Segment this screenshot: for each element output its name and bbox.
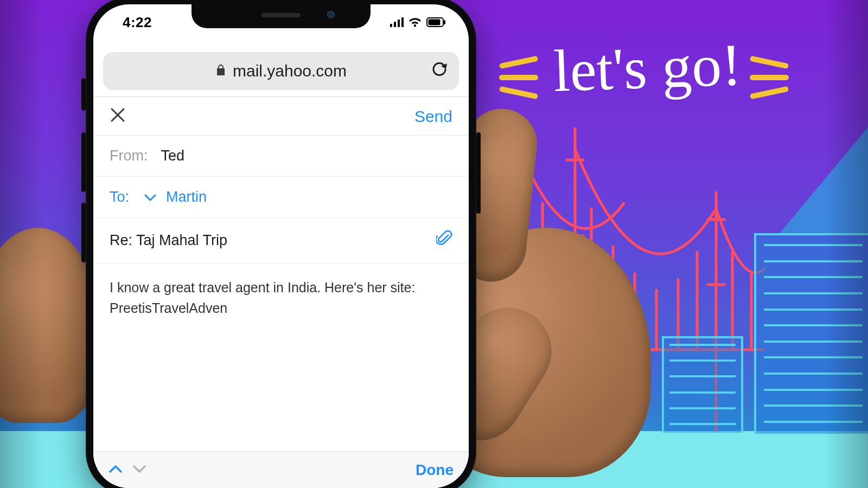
from-row[interactable]: From: Ted <box>93 136 469 177</box>
battery-icon <box>426 17 446 27</box>
attachment-icon[interactable] <box>436 230 452 251</box>
notch <box>192 4 371 28</box>
close-icon[interactable] <box>110 107 126 126</box>
browser-chrome: mail.yahoo.com <box>93 47 469 104</box>
chevron-down-icon[interactable] <box>144 189 156 206</box>
from-value: Ted <box>161 147 185 164</box>
svg-rect-19 <box>444 20 445 24</box>
done-button[interactable]: Done <box>416 461 454 479</box>
to-row[interactable]: To: Martin <box>93 177 469 218</box>
status-time: 4:22 <box>123 14 152 31</box>
reload-icon[interactable] <box>432 62 447 80</box>
next-field-icon[interactable] <box>132 464 146 476</box>
body-textarea[interactable]: I know a great travel agent in India. He… <box>93 264 469 332</box>
to-label: To: <box>110 189 129 206</box>
svg-rect-18 <box>429 20 441 25</box>
cellular-icon <box>390 17 404 27</box>
keyboard-accessory: Done <box>93 451 469 488</box>
headline: let's go! <box>552 35 742 101</box>
subject-row[interactable]: Re: Taj Mahal Trip <box>93 218 469 264</box>
prev-field-icon[interactable] <box>108 464 123 476</box>
phone-frame: 4:22 mail.yahoo.com <box>86 0 476 488</box>
address-bar[interactable]: mail.yahoo.com <box>103 52 459 90</box>
send-button[interactable]: Send <box>414 107 452 126</box>
subject-input[interactable]: Re: Taj Mahal Trip <box>110 232 227 249</box>
url-text: mail.yahoo.com <box>233 62 347 80</box>
building-mid <box>662 336 743 433</box>
phone-screen: 4:22 mail.yahoo.com <box>93 4 469 488</box>
to-value[interactable]: Martin <box>166 189 207 206</box>
compose-view: Send From: Ted To: Martin Re: Taj Mahal … <box>93 98 469 488</box>
building-right <box>754 233 868 434</box>
wifi-icon <box>408 17 422 28</box>
lock-icon <box>215 63 226 79</box>
from-label: From: <box>110 147 148 164</box>
